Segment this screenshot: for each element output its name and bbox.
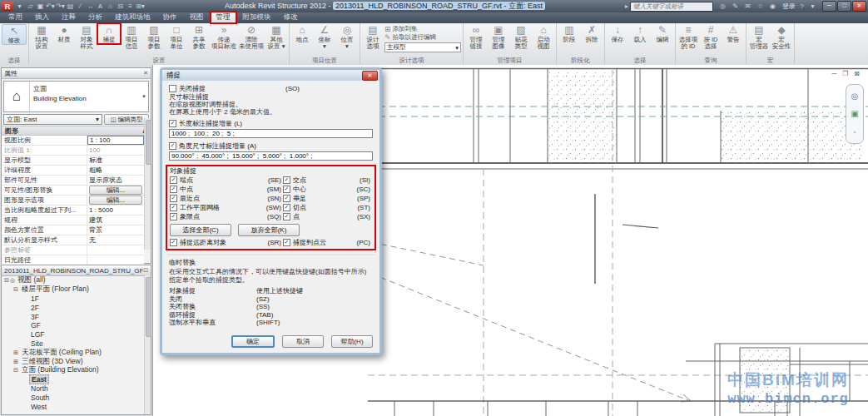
tree-expand-icon[interactable]: ⊞ bbox=[12, 349, 19, 356]
properties-titlebar[interactable]: 属性 ✕ bbox=[2, 68, 151, 79]
tree-item[interactable]: North bbox=[2, 384, 144, 394]
pan-grid-icon[interactable]: ▣ bbox=[851, 109, 858, 118]
dialog-button[interactable]: 取消 bbox=[282, 335, 324, 348]
maximize-button[interactable]: □ bbox=[837, 1, 851, 12]
edit-type-button[interactable]: ◫ 编辑类型 bbox=[104, 114, 149, 125]
ribbon-button[interactable]: ▥ 阶段 bbox=[558, 24, 580, 43]
navigation-bar[interactable]: ◎▣◦ bbox=[846, 84, 864, 144]
tree-item[interactable]: West bbox=[2, 402, 144, 411]
ribbon-small-button[interactable]: ⊞ 添加到集 bbox=[384, 25, 461, 33]
ribbon-button[interactable]: ⊞ 共享 参数 bbox=[188, 24, 210, 51]
ribbon-button[interactable]: ▤ 宏 管理器 bbox=[748, 24, 770, 51]
app-menu-arrow-icon[interactable]: ▾ bbox=[15, 2, 24, 10]
print-icon[interactable]: ▤ bbox=[66, 2, 75, 10]
dialog-titlebar[interactable]: 捕捉 ✕ bbox=[162, 70, 379, 81]
angle-increments-input[interactable] bbox=[169, 151, 373, 161]
tree-item[interactable]: GF bbox=[2, 321, 144, 330]
ribbon-button[interactable]: ▨ 贴花 类型 bbox=[510, 24, 532, 51]
tree-item[interactable]: 3F bbox=[2, 312, 144, 321]
default-3d-view-icon[interactable]: ⌂ bbox=[106, 2, 115, 10]
snap-checkbox[interactable] bbox=[170, 186, 177, 193]
ribbon-tab[interactable]: 建筑和场地 bbox=[109, 12, 156, 23]
ribbon-button[interactable]: ◆ 宏 安全性 bbox=[771, 24, 792, 51]
snap-checkbox[interactable] bbox=[283, 204, 290, 211]
ribbon-button[interactable]: ▧ 项目 参数 bbox=[143, 24, 165, 51]
ribbon-button[interactable]: ▦ 其他 设置 ▾ bbox=[265, 24, 287, 51]
snap-checkbox[interactable] bbox=[170, 213, 177, 220]
search-input[interactable] bbox=[630, 2, 713, 12]
ribbon-tab[interactable]: 插入 bbox=[29, 12, 55, 23]
project-browser-titlebar[interactable]: 2013011_HLD_ROBINSON_ROAD_STRU_GF.rvt - … bbox=[2, 265, 151, 276]
snaps-off-checkbox[interactable] bbox=[169, 85, 176, 92]
tree-item[interactable]: ⊟ ◎ 视图 (all) bbox=[2, 276, 144, 285]
ribbon-button[interactable]: ✗ 拆除 bbox=[581, 24, 603, 43]
ribbon-button[interactable]: ⊘ 清除 未使用项 bbox=[238, 24, 265, 51]
check-all-button[interactable]: 选择全部(C) bbox=[170, 224, 231, 236]
ribbon-tab[interactable]: 注释 bbox=[56, 12, 82, 23]
communication-center-icon[interactable]: ✉ bbox=[743, 2, 752, 10]
type-selector[interactable]: ⌂ 立面 Building Elevation ▾ bbox=[3, 81, 149, 112]
ribbon-button[interactable]: □ 项目 单位 bbox=[166, 24, 187, 51]
ribbon-button[interactable]: ∠ 坐标 ▾ bbox=[314, 24, 335, 51]
subscription-center-icon[interactable]: ✎ bbox=[731, 2, 740, 10]
ribbon-button[interactable]: ▥ 项目 信息 bbox=[121, 24, 142, 51]
ribbon-tab[interactable]: 修改 bbox=[278, 12, 304, 23]
ribbon-tab[interactable]: 常用 bbox=[2, 12, 28, 23]
snap-checkbox[interactable] bbox=[283, 213, 290, 220]
help-arrow-icon[interactable]: ▾ bbox=[808, 2, 817, 10]
snap-checkbox[interactable] bbox=[283, 195, 290, 202]
chevron-down-icon[interactable]: ▾ bbox=[140, 82, 148, 111]
signin-link[interactable]: 登录 bbox=[782, 2, 796, 11]
ribbon-button[interactable]: ∩ 捕捉 bbox=[98, 24, 120, 43]
zoom-icon[interactable]: ◎ bbox=[851, 92, 859, 101]
minimize-button[interactable]: ─ bbox=[822, 1, 836, 12]
properties-scrollbar[interactable] bbox=[144, 118, 151, 250]
wheel-icon[interactable]: ◦ bbox=[853, 127, 856, 136]
check-none-button[interactable]: 放弃全部(K) bbox=[238, 224, 300, 236]
tree-expand-icon[interactable]: ⊞ bbox=[12, 359, 19, 365]
ribbon-tab[interactable]: 协作 bbox=[157, 12, 183, 23]
tree-item[interactable]: 2F bbox=[2, 303, 144, 312]
ribbon-button[interactable]: ⚠ 警告 bbox=[722, 24, 744, 43]
ribbon-small-button[interactable]: ✎ 拾取以进行编辑 bbox=[384, 33, 461, 42]
help-icon[interactable]: ? bbox=[797, 2, 806, 10]
save-icon[interactable]: ▣ bbox=[36, 2, 45, 10]
ribbon-button[interactable]: # 按 ID 选择 bbox=[700, 24, 722, 51]
ribbon-button[interactable]: ∞ 管理 链接 bbox=[465, 24, 487, 51]
favorites-icon[interactable]: ☆ bbox=[756, 2, 765, 10]
snap-checkbox[interactable] bbox=[170, 195, 177, 202]
measure-icon[interactable]: ∕ bbox=[76, 2, 85, 10]
active-design-option-select[interactable]: 主模型 ▾ bbox=[384, 42, 461, 52]
snap-checkbox[interactable] bbox=[170, 204, 177, 211]
tree-item[interactable]: 1F bbox=[2, 295, 144, 304]
graphics-section-header[interactable]: 图形 ∧ bbox=[2, 126, 151, 136]
tree-item[interactable]: ⊞ 天花板平面 (Ceiling Plan) bbox=[2, 348, 144, 357]
browser-scrollbar[interactable] bbox=[144, 275, 151, 414]
search-icon[interactable]: ◎ bbox=[718, 2, 727, 10]
view-restore-icon[interactable]: ❐ bbox=[842, 70, 848, 77]
ribbon-button[interactable]: ▣ 管理 图像 bbox=[488, 24, 509, 51]
revit-logo-icon[interactable]: R bbox=[2, 2, 13, 12]
ribbon-button[interactable]: ↓ 保存 bbox=[607, 24, 628, 43]
tree-item[interactable]: ⊞ 三维视图 (3D View) bbox=[2, 357, 144, 366]
tree-expand-icon[interactable]: ⊟ bbox=[12, 286, 19, 293]
ribbon-tab[interactable]: 分析 bbox=[82, 12, 108, 23]
redo-icon[interactable]: ↷▾ bbox=[56, 2, 65, 10]
ribbon-button[interactable]: ≡ 选择项 的 ID bbox=[677, 24, 699, 51]
dialog-close-button[interactable]: ✕ bbox=[362, 71, 378, 81]
section-icon[interactable]: ⊟ bbox=[116, 2, 125, 10]
tree-expand-icon[interactable]: ⊟ bbox=[3, 277, 10, 284]
tree-item[interactable]: ⊟ 楼层平面 (Floor Plan) bbox=[2, 285, 144, 295]
ribbon-button[interactable]: ⌂ 地点 bbox=[291, 24, 313, 43]
close-icon[interactable]: ⊡ bbox=[143, 267, 148, 274]
length-snap-checkbox[interactable] bbox=[169, 120, 176, 127]
ribbon-button[interactable]: ↑ 载入 bbox=[629, 24, 651, 43]
aligned-dimension-icon[interactable]: ↔ bbox=[86, 2, 95, 10]
ribbon-button[interactable]: ▦ 结构 设置 bbox=[31, 24, 52, 51]
ribbon-button[interactable]: ● 材质 bbox=[53, 24, 75, 43]
ribbon-button[interactable]: ▤ 对象 样式 bbox=[76, 24, 97, 51]
view-close-icon[interactable]: ⊠ bbox=[854, 70, 860, 77]
open-icon[interactable]: ▱ bbox=[26, 2, 35, 10]
ribbon-button[interactable]: ◎ 位置 ▾ bbox=[336, 24, 358, 51]
snap-checkbox[interactable] bbox=[170, 176, 177, 184]
